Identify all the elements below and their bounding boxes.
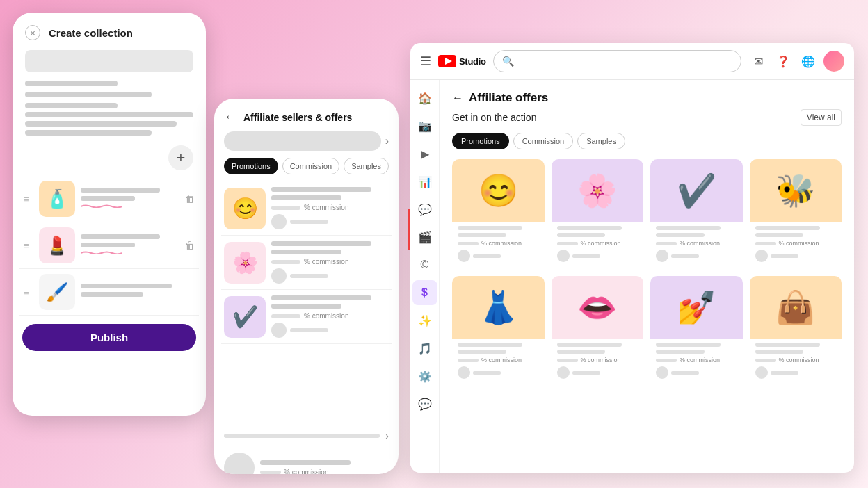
card-add-line bbox=[473, 371, 501, 375]
youtube-logo[interactable]: Studio bbox=[438, 55, 486, 67]
card-add-row bbox=[656, 366, 737, 379]
search-input-mid[interactable] bbox=[224, 131, 381, 151]
back-button[interactable]: ← bbox=[224, 110, 236, 124]
line bbox=[25, 112, 193, 117]
delete-button[interactable]: 🗑 bbox=[185, 193, 195, 204]
affiliate-title: Affiliate offers bbox=[469, 91, 548, 105]
product-card-info: % commission bbox=[650, 339, 743, 383]
card-line bbox=[656, 350, 705, 354]
prod-sub-line bbox=[81, 196, 135, 201]
tab-samples[interactable]: Samples bbox=[344, 158, 389, 174]
sidebar-item-settings[interactable]: ⚙️ bbox=[412, 364, 437, 389]
card-commission-row: % commission bbox=[458, 357, 539, 364]
product-thumbnail-mid: ✔️ bbox=[224, 296, 266, 338]
card-add-circle[interactable] bbox=[458, 366, 470, 379]
card-line bbox=[557, 350, 606, 354]
studio-search-bar[interactable]: 🔍 bbox=[493, 50, 741, 72]
product-card-info: % commission bbox=[552, 222, 644, 266]
product-info bbox=[81, 234, 179, 257]
product-card-info: % commission bbox=[650, 222, 743, 266]
card-add-circle[interactable] bbox=[557, 366, 570, 379]
back-icon[interactable]: ← bbox=[452, 92, 463, 104]
sidebar-item-subtitles[interactable]: 🎬 bbox=[412, 225, 437, 250]
sidebar-item-content[interactable]: 📷 bbox=[412, 113, 437, 138]
product-info bbox=[81, 284, 195, 300]
create-button[interactable]: ✉ bbox=[748, 51, 768, 71]
sidebar-item-feedback[interactable]: 💬 bbox=[412, 391, 437, 416]
commission-row: % commission bbox=[271, 258, 389, 266]
drag-handle[interactable]: ≡ bbox=[24, 194, 33, 204]
card-commission-row: % commission bbox=[755, 240, 837, 247]
card-commission-bar bbox=[656, 359, 677, 362]
prod-name-line bbox=[81, 234, 160, 239]
sidebar-item-playlists[interactable]: ▶ bbox=[412, 141, 437, 166]
hamburger-menu-icon[interactable]: ☰ bbox=[420, 54, 431, 69]
tabs-mid: Promotions Commission Samples bbox=[214, 158, 399, 181]
product-mid-item: 😊 % commission bbox=[221, 181, 392, 236]
product-thumbnail: 💄 bbox=[39, 227, 75, 263]
sidebar-item-analytics[interactable]: 📊 bbox=[412, 169, 437, 194]
sidebar-item-copyright[interactable]: © bbox=[412, 252, 437, 277]
help-button[interactable]: ❓ bbox=[773, 51, 793, 71]
card-commission-bar bbox=[557, 242, 578, 245]
card-add-circle[interactable] bbox=[656, 366, 668, 379]
tab-promotions[interactable]: Promotions bbox=[224, 158, 278, 174]
product-card[interactable]: ✔️ % commission bbox=[650, 159, 743, 266]
product-card[interactable]: 🐝 % commission bbox=[750, 159, 842, 266]
product-card[interactable]: 🌸 % commission bbox=[552, 159, 644, 266]
card-add-circle[interactable] bbox=[755, 366, 768, 379]
product-card[interactable]: 👜 % commission bbox=[750, 276, 842, 383]
card-line bbox=[656, 233, 705, 237]
product-card-info: % commission bbox=[750, 222, 842, 266]
prod-line bbox=[271, 195, 341, 200]
commission-text: % commission bbox=[481, 240, 522, 247]
product-image: 💅 bbox=[650, 276, 743, 339]
card-add-circle[interactable] bbox=[755, 250, 768, 262]
bottom-bar-arrow-icon: › bbox=[385, 430, 389, 441]
studio-topbar: ☰ Studio 🔍 ✉ ❓ 🌐 bbox=[410, 43, 854, 80]
add-button[interactable]: + bbox=[168, 145, 193, 170]
card-commission-row: % commission bbox=[755, 357, 837, 364]
card-commission-bar bbox=[656, 242, 677, 245]
sidebar-item-monetize[interactable]: $ bbox=[412, 280, 437, 305]
add-prod-circle[interactable] bbox=[271, 268, 287, 284]
filter-tab-samples[interactable]: Samples bbox=[577, 133, 625, 149]
card-line bbox=[458, 343, 522, 347]
product-info bbox=[81, 188, 179, 210]
phone-left: × Create collection + ≡ 🧴 🗑 bbox=[13, 13, 206, 416]
filter-tab-commission[interactable]: Commission bbox=[513, 133, 574, 149]
card-line bbox=[557, 226, 622, 230]
commission-text: % commission bbox=[779, 357, 819, 364]
product-card[interactable]: 😊 % commission bbox=[452, 159, 545, 266]
sidebar-item-comments[interactable]: 💬 bbox=[412, 197, 437, 222]
add-prod-circle[interactable] bbox=[271, 323, 287, 338]
line bbox=[25, 121, 177, 127]
drag-handle[interactable]: ≡ bbox=[24, 287, 33, 298]
publish-button[interactable]: Publish bbox=[22, 324, 196, 351]
filter-tab-promotions[interactable]: Promotions bbox=[452, 133, 509, 149]
sidebar-item-audio[interactable]: 🎵 bbox=[412, 336, 437, 361]
sidebar-item-customise[interactable]: ✨ bbox=[412, 308, 437, 333]
card-add-circle[interactable] bbox=[557, 250, 570, 262]
language-button[interactable]: 🌐 bbox=[798, 51, 818, 71]
product-card[interactable]: 👄 % commission bbox=[552, 276, 644, 383]
prod-line bbox=[271, 241, 371, 246]
product-card[interactable]: 💅 % commission bbox=[650, 276, 743, 383]
user-avatar-studio[interactable] bbox=[823, 51, 844, 72]
sidebar-item-home[interactable]: 🏠 bbox=[412, 86, 437, 111]
add-prod-circle[interactable] bbox=[271, 214, 287, 229]
product-card[interactable]: 👗 % commission bbox=[452, 276, 545, 383]
drag-handle[interactable]: ≡ bbox=[24, 241, 33, 251]
delete-button[interactable]: 🗑 bbox=[185, 240, 195, 251]
view-all-button[interactable]: View all bbox=[801, 109, 842, 126]
product-image: ✔️ bbox=[650, 159, 743, 222]
product-image: 👗 bbox=[452, 276, 545, 339]
card-add-circle[interactable] bbox=[458, 250, 470, 262]
prod-sub-line bbox=[81, 243, 135, 247]
search-bar[interactable] bbox=[25, 50, 193, 72]
card-add-circle[interactable] bbox=[656, 250, 668, 262]
tab-commission[interactable]: Commission bbox=[282, 158, 340, 174]
close-button[interactable]: × bbox=[25, 25, 40, 40]
commission-bar bbox=[271, 314, 300, 318]
product-item: ≡ 💄 🗑 bbox=[19, 222, 199, 269]
